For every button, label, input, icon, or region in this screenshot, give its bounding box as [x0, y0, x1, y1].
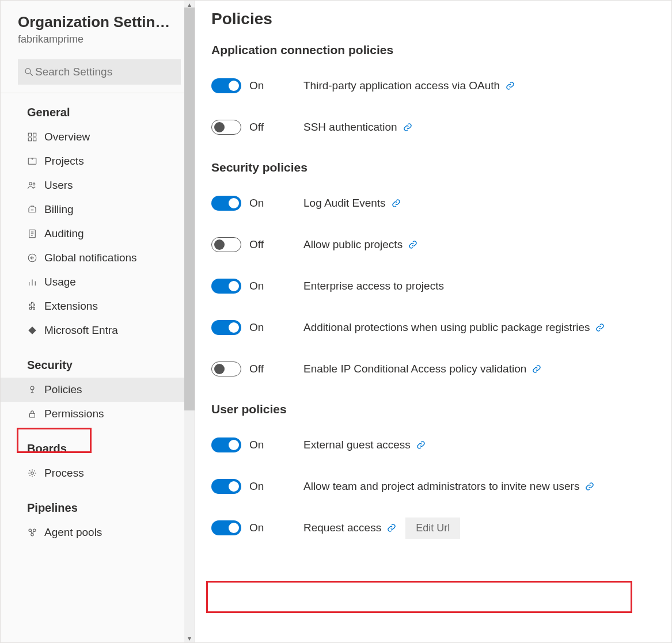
- toggle-state-label: Off: [249, 121, 264, 134]
- link-icon[interactable]: [403, 123, 412, 132]
- nav-item-label: Microsoft Entra: [44, 324, 118, 337]
- toggle-state-label: On: [249, 439, 264, 451]
- link-icon[interactable]: [408, 240, 417, 249]
- main-content: Policies Application connection policies…: [195, 1, 671, 642]
- sidebar-item-global-notifications[interactable]: Global notifications: [1, 246, 195, 270]
- toggle-state-label: On: [249, 280, 264, 292]
- link-icon[interactable]: [506, 81, 515, 90]
- nav-heading: Boards: [1, 437, 195, 461]
- toggle-state-label: Off: [249, 238, 264, 251]
- sidebar-item-auditing[interactable]: Auditing: [1, 222, 195, 246]
- sidebar-item-billing[interactable]: Billing: [1, 197, 195, 222]
- sidebar-item-agent-pools[interactable]: Agent pools: [1, 520, 195, 545]
- policy-label: Enterprise access to projects: [303, 280, 444, 292]
- policy-label: Allow team and project administrators to…: [303, 480, 579, 493]
- billing-icon: [27, 204, 37, 215]
- sidebar-item-users[interactable]: Users: [1, 173, 195, 197]
- link-icon[interactable]: [532, 364, 541, 374]
- scroll-down-arrow[interactable]: ▾: [184, 634, 195, 642]
- extensions-icon: [27, 301, 37, 311]
- nav-heading: Security: [1, 354, 195, 378]
- link-icon[interactable]: [595, 323, 605, 332]
- sidebar-scrollbar[interactable]: ▴ ▾: [184, 1, 195, 642]
- nav-heading: Pipelines: [1, 497, 195, 520]
- nav-item-label: Billing: [44, 203, 74, 216]
- edit-url-button[interactable]: Edit Url: [405, 518, 460, 539]
- svg-line-27: [33, 531, 34, 534]
- auditing-icon: [27, 229, 37, 239]
- policy-toggle[interactable]: [211, 520, 241, 535]
- policy-toggle[interactable]: [211, 479, 241, 494]
- policies-icon: [27, 385, 37, 395]
- link-icon[interactable]: [416, 440, 426, 450]
- scrollbar-thumb[interactable]: [184, 7, 195, 410]
- notifications-icon: [27, 253, 37, 263]
- process-icon: [27, 468, 37, 478]
- policy-toggle[interactable]: [211, 120, 241, 135]
- permissions-icon: [27, 409, 37, 419]
- link-icon[interactable]: [387, 523, 396, 532]
- svg-rect-4: [28, 138, 31, 141]
- svg-point-10: [33, 183, 35, 185]
- policy-label: SSH authentication: [303, 121, 397, 134]
- entra-icon: [27, 325, 37, 336]
- nav-item-label: Permissions: [44, 408, 104, 420]
- policy-row: OnEnterprise access to projects: [211, 265, 655, 307]
- svg-line-26: [31, 531, 32, 534]
- policy-toggle[interactable]: [211, 237, 241, 252]
- sidebar-subtitle: fabrikamprime: [18, 33, 181, 45]
- policy-toggle[interactable]: [211, 437, 241, 452]
- policy-label: External guest access: [303, 439, 411, 451]
- sidebar-item-microsoft-entra[interactable]: Microsoft Entra: [1, 318, 195, 343]
- overview-icon: [27, 132, 37, 142]
- policy-label: Log Audit Events: [303, 197, 386, 210]
- users-icon: [27, 180, 37, 191]
- sidebar-item-process[interactable]: Process: [1, 461, 195, 485]
- sidebar-title: Organization Settin…: [18, 13, 181, 31]
- nav-item-label: Overview: [44, 131, 90, 143]
- search-settings[interactable]: [18, 59, 181, 85]
- policy-row: OnLog Audit Events: [211, 182, 655, 224]
- policy-label: Additional protections when using public…: [303, 321, 590, 334]
- svg-line-1: [30, 73, 33, 76]
- nav-item-label: Projects: [44, 155, 84, 168]
- policy-label: Third-party application access via OAuth: [303, 79, 500, 92]
- sidebar-item-policies[interactable]: Policies: [1, 378, 195, 402]
- sidebar-item-extensions[interactable]: Extensions: [1, 294, 195, 318]
- link-icon[interactable]: [585, 482, 594, 491]
- svg-point-25: [31, 534, 34, 537]
- nav-item-label: Auditing: [44, 227, 84, 240]
- policy-row: OffSSH authentication: [211, 106, 655, 148]
- policy-toggle[interactable]: [211, 78, 241, 93]
- svg-point-0: [25, 69, 31, 74]
- policy-row: OnThird-party application access via OAu…: [211, 65, 655, 106]
- agentpools-icon: [27, 527, 37, 538]
- policy-group-heading: User policies: [211, 402, 655, 416]
- policy-toggle[interactable]: [211, 320, 241, 335]
- toggle-state-label: On: [249, 480, 264, 493]
- nav-item-label: Agent pools: [44, 526, 102, 539]
- toggle-state-label: Off: [249, 363, 264, 375]
- toggle-state-label: On: [249, 522, 264, 534]
- svg-point-22: [31, 472, 34, 475]
- policy-toggle[interactable]: [211, 362, 241, 376]
- policy-group-heading: Security policies: [211, 161, 655, 174]
- nav-item-label: Process: [44, 467, 84, 480]
- nav-item-label: Usage: [44, 276, 76, 288]
- search-icon: [24, 67, 34, 77]
- link-icon[interactable]: [392, 199, 401, 208]
- policy-label: Enable IP Conditional Access policy vali…: [303, 363, 526, 375]
- nav-item-label: Extensions: [44, 300, 98, 313]
- nav-item-label: Users: [44, 179, 73, 192]
- svg-rect-5: [33, 138, 36, 141]
- policy-toggle[interactable]: [211, 196, 241, 211]
- sidebar-item-projects[interactable]: Projects: [1, 149, 195, 173]
- sidebar-item-permissions[interactable]: Permissions: [1, 402, 195, 426]
- policy-toggle[interactable]: [211, 279, 241, 294]
- svg-rect-21: [30, 413, 35, 417]
- sidebar-item-usage[interactable]: Usage: [1, 270, 195, 294]
- sidebar-item-overview[interactable]: Overview: [1, 125, 195, 149]
- policy-row: OnExternal guest access: [211, 424, 655, 466]
- svg-rect-3: [33, 133, 36, 136]
- search-settings-input[interactable]: [34, 65, 175, 79]
